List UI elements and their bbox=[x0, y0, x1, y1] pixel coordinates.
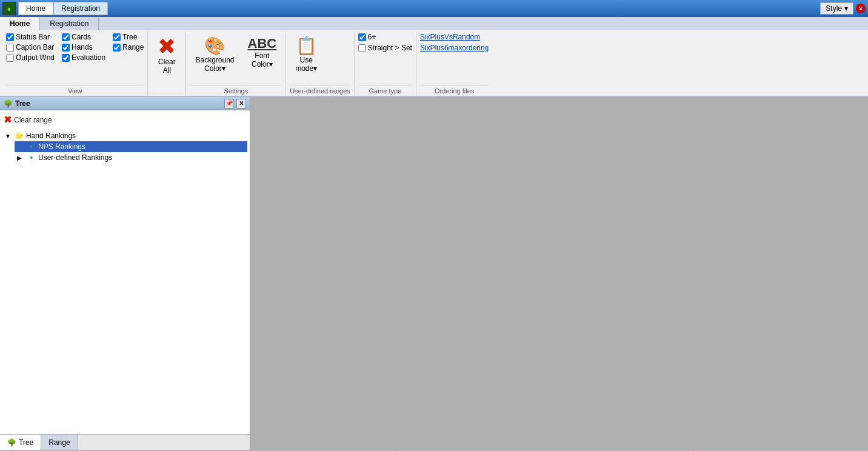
clear-range-button[interactable]: ✖ Clear range bbox=[2, 113, 247, 127]
checkbox-6plus[interactable]: 6+ bbox=[358, 33, 376, 41]
ribbon-section-colors: 🎨 BackgroundColor▾ ABC FontColor▾ Settin… bbox=[186, 32, 286, 96]
checkbox-range[interactable]: Range bbox=[113, 43, 144, 52]
ribbon-tabs: Home Registration bbox=[0, 17, 868, 30]
ordering-content: SixPlusVsRandom SixPlus6maxordering bbox=[420, 33, 489, 85]
checkbox-hands[interactable]: Hands bbox=[62, 43, 105, 52]
nps-icon: 🔹 bbox=[27, 142, 36, 151]
tab-home[interactable]: Home bbox=[18, 2, 53, 15]
gametype-content: 6+ Straight > Set bbox=[358, 33, 412, 85]
clear-range-label: Clear range bbox=[14, 116, 52, 124]
ordering-item-1[interactable]: SixPlusVsRandom bbox=[420, 33, 480, 41]
use-mode-icon: 📋 bbox=[296, 36, 317, 56]
bottom-tab-range[interactable]: Range bbox=[41, 435, 78, 450]
view-group-label: View bbox=[6, 85, 144, 95]
checkbox-output-wnd[interactable]: Output Wnd bbox=[6, 53, 55, 62]
tree-tab-label: Tree bbox=[19, 438, 33, 447]
ordering-section-label: Ordering files bbox=[420, 85, 489, 95]
ribbon-body: Status Bar Caption Bar Output Wnd Cards … bbox=[0, 30, 868, 96]
clear-icon: ✖ bbox=[158, 36, 176, 58]
tree-panel-icon: 🌳 bbox=[4, 99, 13, 108]
ribbon-section-gametype: 6+ Straight > Set Game type bbox=[355, 32, 416, 96]
colors-section-label: Settings bbox=[190, 85, 282, 95]
ribbon-section-clear: ✖ ClearAll bbox=[148, 32, 186, 96]
ribbon-section-view: Status Bar Caption Bar Output Wnd Cards … bbox=[2, 32, 148, 96]
gametype-section-label: Game type bbox=[358, 85, 412, 95]
usemode-section-content: 📋 Usemode▾ bbox=[290, 33, 350, 85]
chevron-down-icon: ▾ bbox=[844, 4, 848, 13]
close-window-icon[interactable]: ✕ bbox=[856, 4, 866, 13]
background-color-icon: 🎨 bbox=[204, 36, 225, 56]
tree-children: 🔹 NPS Rankings ▶ 🔹 User-defined Rankings bbox=[15, 141, 247, 163]
tree-tab-icon: 🌳 bbox=[7, 438, 16, 447]
title-bar: ♠ Home Registration Style ▾ ✕ bbox=[0, 0, 868, 17]
colors-section-content: 🎨 BackgroundColor▾ ABC FontColor▾ bbox=[190, 33, 282, 85]
background-color-label: BackgroundColor▾ bbox=[195, 56, 234, 73]
nps-rankings-label: NPS Rankings bbox=[38, 142, 85, 151]
tree-panel-content: ✖ Clear range ▼ 🌟 Hand Rankings 🔹 NPS Ra… bbox=[0, 110, 250, 434]
checkbox-straight-set[interactable]: Straight > Set bbox=[358, 44, 412, 52]
background-color-button[interactable]: 🎨 BackgroundColor▾ bbox=[190, 33, 239, 76]
style-label: Style bbox=[826, 4, 842, 13]
checkbox-status-bar[interactable]: Status Bar bbox=[6, 33, 55, 41]
ribbon-section-usemode: 📋 Usemode▾ User-defined ranges bbox=[286, 32, 355, 96]
ribbon-tab-home[interactable]: Home bbox=[0, 17, 40, 30]
tree-panel-title: Tree bbox=[15, 99, 30, 108]
checkbox-evaluation[interactable]: Evaluation bbox=[62, 53, 105, 62]
app-logo: ♠ bbox=[2, 2, 16, 15]
ribbon-tab-registration[interactable]: Registration bbox=[40, 17, 99, 30]
user-defined-label: User-defined Rankings bbox=[38, 153, 112, 162]
clear-all-button[interactable]: ✖ ClearAll bbox=[152, 33, 182, 78]
ordering-item-2[interactable]: SixPlus6maxordering bbox=[420, 44, 489, 52]
expand-icon[interactable]: ▼ bbox=[5, 133, 12, 139]
hand-rankings-icon: 🌟 bbox=[15, 132, 24, 140]
tree-panel: 🌳 Tree 📌 ✕ ✖ Clear range ▼ 🌟 Hand Rankin… bbox=[0, 97, 250, 450]
ribbon: Home Registration Status Bar Caption Bar… bbox=[0, 17, 868, 97]
workspace bbox=[250, 97, 868, 450]
ribbon-section-ordering: SixPlusVsRandom SixPlus6maxordering Orde… bbox=[416, 32, 492, 96]
hand-rankings-label: Hand Rankings bbox=[26, 132, 76, 140]
tree-item-hand-rankings[interactable]: ▼ 🌟 Hand Rankings bbox=[2, 130, 247, 141]
font-color-label: FontColor▾ bbox=[252, 52, 273, 68]
use-mode-button[interactable]: 📋 Usemode▾ bbox=[290, 33, 322, 76]
font-color-icon: ABC bbox=[248, 36, 277, 52]
user-expand-icon[interactable]: ▶ bbox=[17, 155, 24, 161]
bottom-tabs: 🌳 Tree Range bbox=[0, 434, 250, 450]
use-mode-label: Usemode▾ bbox=[295, 56, 317, 73]
bottom-tab-tree[interactable]: 🌳 Tree bbox=[0, 435, 41, 450]
main-content: 🌳 Tree 📌 ✕ ✖ Clear range ▼ 🌟 Hand Rankin… bbox=[0, 97, 868, 450]
checkbox-tree[interactable]: Tree bbox=[113, 33, 144, 41]
font-color-button[interactable]: ABC FontColor▾ bbox=[242, 33, 282, 72]
tree-close-button[interactable]: ✕ bbox=[236, 99, 246, 109]
tree-item-user-defined[interactable]: ▶ 🔹 User-defined Rankings bbox=[15, 152, 247, 163]
clear-section-label bbox=[152, 93, 182, 95]
tree-panel-header: 🌳 Tree 📌 ✕ bbox=[0, 97, 250, 110]
range-tab-label: Range bbox=[48, 438, 70, 447]
tree-pin-button[interactable]: 📌 bbox=[224, 99, 234, 109]
tab-registration[interactable]: Registration bbox=[53, 2, 108, 15]
view-checkboxes: Status Bar Caption Bar Output Wnd Cards … bbox=[6, 33, 144, 85]
clear-all-label: ClearAll bbox=[158, 58, 176, 75]
clear-section-content: ✖ ClearAll bbox=[152, 33, 182, 93]
checkbox-cards[interactable]: Cards bbox=[62, 33, 105, 41]
tree-item-nps-rankings[interactable]: 🔹 NPS Rankings bbox=[15, 141, 247, 152]
user-defined-icon: 🔹 bbox=[27, 153, 36, 162]
usemode-section-label: User-defined ranges bbox=[290, 85, 350, 95]
checkbox-caption-bar[interactable]: Caption Bar bbox=[6, 43, 55, 52]
style-button[interactable]: Style ▾ bbox=[820, 2, 853, 15]
clear-range-icon: ✖ bbox=[4, 114, 12, 125]
